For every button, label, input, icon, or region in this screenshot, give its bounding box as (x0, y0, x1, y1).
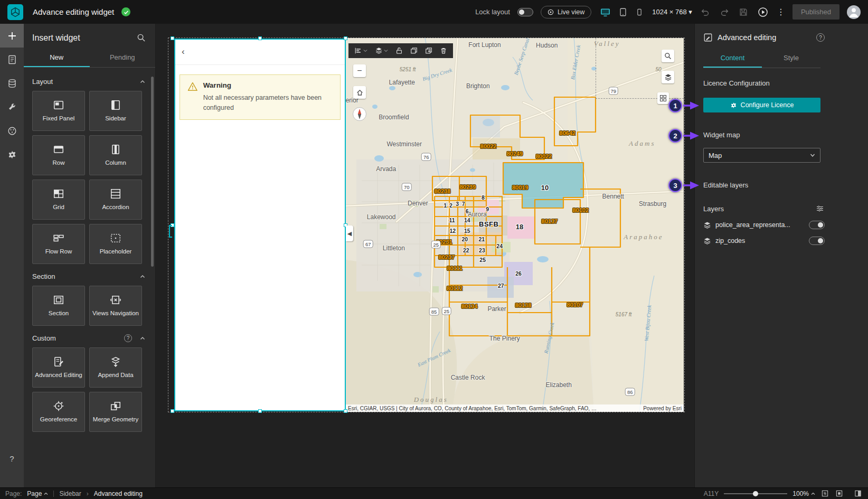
resize-handle-sw[interactable] (171, 409, 174, 413)
resize-handle-ne[interactable] (344, 36, 347, 40)
lock-layout-toggle[interactable] (517, 8, 533, 16)
copy-to-icon[interactable] (422, 45, 435, 56)
back-chevron-icon[interactable]: ‹ (182, 47, 185, 56)
append-data-icon (110, 356, 121, 368)
live-view-button[interactable]: Live view (541, 6, 591, 18)
live-view-icon (548, 9, 554, 15)
more-options-icon[interactable]: ⋮ (777, 8, 785, 16)
undo-icon[interactable] (700, 6, 711, 18)
save-icon[interactable] (738, 6, 749, 18)
app-logo[interactable] (7, 4, 23, 20)
home-button[interactable] (353, 86, 366, 99)
tab-content[interactable]: Content (703, 49, 762, 68)
widget-card-section[interactable]: Section (32, 286, 85, 326)
advanced-editing-icon (53, 356, 64, 368)
splitter-grip[interactable] (169, 225, 172, 238)
panel-scrollbar[interactable] (151, 77, 154, 267)
help-icon[interactable]: ? (816, 33, 825, 42)
widget-card-placeholder[interactable]: Placeholder (89, 224, 142, 264)
widget-map-select[interactable]: Map (703, 148, 820, 163)
sidebar-widget-panel[interactable]: ‹ Warning Not all necessary parameters h… (174, 39, 346, 411)
chevron-up-icon[interactable] (139, 79, 146, 85)
tab-pending[interactable]: Pending (90, 49, 156, 67)
rail-theme[interactable] (0, 119, 24, 143)
chevron-up-icon[interactable] (139, 335, 146, 342)
redo-icon[interactable] (719, 6, 730, 18)
widget-card-fixed-panel[interactable]: Fixed Panel (32, 91, 85, 131)
widget-card-flow-row[interactable]: Flow Row (32, 224, 85, 264)
user-avatar[interactable] (847, 5, 861, 19)
widget-card-georeference[interactable]: Georeference (32, 392, 85, 432)
map-search-button[interactable] (662, 50, 674, 62)
layer-toggle[interactable] (809, 237, 825, 245)
map-layers-button[interactable] (662, 71, 674, 83)
chevron-up-icon[interactable] (139, 274, 146, 280)
grid-icon (53, 188, 64, 200)
resolution-dropdown[interactable]: 1024 × 768 ▾ (652, 8, 692, 16)
zoom-slider[interactable] (724, 490, 787, 497)
resize-handle-s[interactable] (258, 409, 262, 413)
rail-page[interactable] (0, 48, 24, 71)
breadcrumb-sidebar[interactable]: Sidebar (59, 490, 81, 497)
layer-icon (703, 237, 711, 245)
rail-settings[interactable] (0, 143, 24, 166)
basemap-gallery-button[interactable] (657, 92, 669, 104)
lock-layout-label: Lock layout (475, 8, 510, 16)
resize-handle-n[interactable] (258, 36, 262, 40)
plus-icon (7, 31, 17, 41)
zoom-out-button[interactable]: − (353, 64, 366, 77)
published-button[interactable]: Published (792, 4, 839, 20)
widget-card-merge-geometry[interactable]: Merge Geometry (89, 392, 142, 432)
rail-data[interactable] (0, 71, 24, 95)
widget-card-append-data[interactable]: Append Data (89, 347, 142, 388)
search-icon[interactable] (136, 32, 147, 43)
page-selector[interactable]: Page (27, 490, 48, 497)
unlock-icon[interactable] (393, 45, 405, 56)
duplicate-icon[interactable] (408, 45, 420, 56)
help-icon[interactable]: ? (10, 454, 14, 463)
help-icon[interactable]: ? (124, 334, 132, 342)
rail-insert-widget[interactable] (0, 24, 24, 48)
sidebar-collapse-button[interactable]: ◀ (346, 225, 353, 241)
tablet-device-icon[interactable] (617, 6, 629, 18)
zoom-level[interactable]: 100% (792, 490, 815, 497)
layer-row-zip-codes: zip_codes (703, 234, 825, 248)
chevron-up-icon (811, 492, 815, 495)
widget-card-row[interactable]: Row (32, 135, 85, 175)
widget-card-advanced-editing[interactable]: Advanced Editing (32, 347, 85, 388)
widget-card-column[interactable]: Column (89, 135, 142, 175)
toggle-panel-icon[interactable] (853, 489, 863, 498)
layer-settings-icon[interactable] (815, 204, 825, 213)
widget-card-accordion[interactable]: Accordion (89, 180, 142, 220)
widget-card-sidebar[interactable]: Sidebar (89, 91, 142, 131)
section-header-layout[interactable]: Layout (32, 78, 146, 86)
configure-licence-button[interactable]: Configure Licence (703, 98, 820, 112)
tab-style[interactable]: Style (762, 49, 820, 68)
actual-size-icon[interactable] (835, 489, 844, 498)
widget-card-views-navigation[interactable]: Views Navigation (89, 286, 142, 326)
arrange-layers-icon[interactable] (372, 45, 391, 56)
align-tool-icon[interactable] (352, 45, 370, 56)
phone-device-icon[interactable] (634, 6, 645, 18)
widget-card-grid[interactable]: Grid (32, 180, 85, 220)
app-header: Advance editing widget Lock layout Live … (0, 0, 868, 24)
compass-button[interactable] (352, 107, 367, 121)
section-header-custom[interactable]: Custom? (32, 334, 146, 342)
zoom-slider-knob[interactable] (753, 491, 758, 496)
map-attribution: Esri, CGIAR, USGS | City of Aurora, CO, … (346, 404, 684, 412)
resize-handle-nw[interactable] (171, 36, 174, 40)
resize-handle-se[interactable] (344, 409, 347, 413)
widget-toolbar (348, 43, 453, 58)
fit-to-window-icon[interactable] (820, 489, 829, 498)
rail-tools[interactable] (0, 95, 24, 119)
preview-play-icon[interactable] (757, 6, 769, 18)
map-widget[interactable]: 8064280022802498002280019802388023980102… (346, 38, 684, 412)
saved-check-icon (121, 7, 130, 16)
delete-icon[interactable] (437, 45, 450, 56)
tab-new[interactable]: New (24, 49, 90, 67)
section-header-section[interactable]: Section (32, 272, 146, 280)
desktop-device-icon[interactable] (599, 6, 612, 18)
licence-section-label: Licence Configuration (703, 79, 820, 87)
warning-message: Not all necessary parameters have been c… (203, 93, 333, 113)
layer-toggle[interactable] (809, 221, 825, 229)
